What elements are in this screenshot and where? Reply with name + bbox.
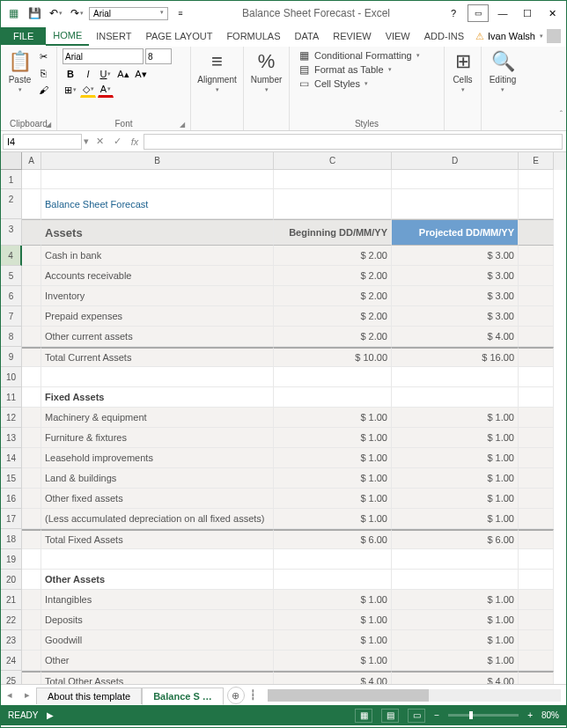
horizontal-scrollbar[interactable] [268,689,561,702]
help-icon[interactable]: ? [443,4,464,22]
cell[interactable] [519,509,554,529]
row-head[interactable]: 3 [1,219,22,246]
cell[interactable] [22,448,41,468]
row-head[interactable]: 24 [1,651,22,671]
cell[interactable]: $ 1.00 [274,489,392,509]
page-layout-view-icon[interactable]: ▤ [381,709,399,723]
cell[interactable] [519,630,554,651]
editing-button[interactable]: 🔍Editing▾ [487,48,519,95]
cell[interactable]: $ 1.00 [392,630,519,651]
cell[interactable] [519,489,554,509]
row-head[interactable]: 18 [1,529,22,549]
cell[interactable] [22,651,41,671]
cell[interactable] [519,347,554,367]
cell[interactable] [22,489,41,509]
add-sheet-icon[interactable]: ⊕ [227,687,245,704]
cell[interactable]: Machinery & equipment [41,408,274,428]
cell[interactable] [22,347,41,367]
cell[interactable]: $ 3.00 [392,266,519,286]
cell[interactable]: $ 1.00 [392,448,519,468]
cell[interactable] [392,387,519,408]
row-head[interactable]: 15 [1,468,22,489]
cell[interactable] [519,590,554,610]
cell[interactable]: $ 6.00 [392,529,519,549]
row-head[interactable]: 22 [1,610,22,630]
cell[interactable] [22,306,41,327]
cell[interactable]: $ 1.00 [392,428,519,448]
macro-record-icon[interactable]: ▶ [47,710,54,720]
sheet-tab-active[interactable]: Balance S … [142,688,224,705]
decrease-font-icon[interactable]: A▾ [133,66,149,82]
name-box[interactable] [3,134,82,150]
cell[interactable] [22,610,41,630]
tab-nav-prev-icon[interactable]: ◂ [1,689,18,701]
tab-data[interactable]: DATA [288,27,327,45]
save-icon[interactable]: 💾 [26,4,43,22]
row-head[interactable]: 5 [1,266,22,286]
cell[interactable]: $ 3.00 [392,286,519,306]
header-projected[interactable]: Projected DD/MM/YY [392,219,519,246]
cell[interactable] [22,509,41,529]
tab-view[interactable]: VIEW [379,27,417,45]
cell[interactable]: $ 1.00 [392,468,519,489]
cell[interactable]: $ 1.00 [392,590,519,610]
enter-fx-icon[interactable]: ✓ [108,133,126,151]
row-head[interactable]: 23 [1,630,22,651]
tab-page-layout[interactable]: PAGE LAYOUT [138,27,219,45]
cell[interactable]: $ 4.00 [392,327,519,347]
format-as-table-button[interactable]: ▤Format as Table▾ [295,63,438,77]
cell[interactable] [22,387,41,408]
bold-button[interactable]: B [63,66,78,82]
row-head[interactable]: 21 [1,590,22,610]
cell[interactable]: Land & buildings [41,468,274,489]
fill-color-icon[interactable]: ◇▾ [80,82,96,98]
cell[interactable]: $ 1.00 [274,590,392,610]
cell[interactable] [22,630,41,651]
font-color-icon[interactable]: A▾ [98,82,114,98]
italic-button[interactable]: I [80,66,96,82]
conditional-formatting-button[interactable]: ▦Conditional Formatting▾ [295,48,438,63]
cell[interactable]: $ 1.00 [274,408,392,428]
cell[interactable] [519,468,554,489]
select-all-corner[interactable] [1,152,22,170]
cell[interactable]: $ 1.00 [274,610,392,630]
cell[interactable] [274,570,392,590]
cell-styles-button[interactable]: ▭Cell Styles▾ [295,77,438,91]
cell[interactable]: $ 2.00 [274,327,392,347]
user-account[interactable]: ⚠ Ivan Walsh ▾ [475,29,566,43]
cell[interactable]: Leasehold improvements [41,448,274,468]
zoom-out-icon[interactable]: − [434,710,439,720]
redo-icon[interactable]: ↷▾ [68,4,85,22]
tab-split-icon[interactable]: ┇ [245,689,262,701]
cell[interactable]: $ 4.00 [274,671,392,684]
col-head[interactable]: C [274,152,392,170]
cell[interactable] [519,570,554,590]
increase-font-icon[interactable]: A▴ [115,66,131,82]
tab-home[interactable]: HOME [46,26,89,46]
cell[interactable]: Deposits [41,610,274,630]
cell[interactable]: $ 1.00 [392,651,519,671]
cell[interactable]: $ 1.00 [274,651,392,671]
cells-button[interactable]: ⊞Cells▾ [450,48,475,95]
cell[interactable]: $ 4.00 [392,671,519,684]
row-head[interactable]: 14 [1,448,22,468]
cell[interactable] [22,549,41,570]
borders-icon[interactable]: ⊞▾ [63,82,78,98]
zoom-level[interactable]: 80% [541,710,559,720]
font-dialog-icon[interactable]: ◢ [180,121,185,129]
collapse-ribbon-icon[interactable]: ˆ [560,110,563,120]
tab-addins[interactable]: ADD-INS [417,27,471,45]
cell[interactable]: Cash in bank [41,246,274,266]
cell[interactable] [22,266,41,286]
cell[interactable] [519,529,554,549]
cell[interactable] [519,408,554,428]
cell[interactable] [519,428,554,448]
cell[interactable]: $ 16.00 [392,347,519,367]
col-head[interactable]: A [22,152,41,170]
row-head[interactable]: 11 [1,387,22,408]
page-break-view-icon[interactable]: ▭ [408,709,425,723]
col-head[interactable]: D [392,152,519,170]
normal-view-icon[interactable]: ▦ [355,709,372,723]
cell[interactable] [519,266,554,286]
cell[interactable] [519,306,554,327]
